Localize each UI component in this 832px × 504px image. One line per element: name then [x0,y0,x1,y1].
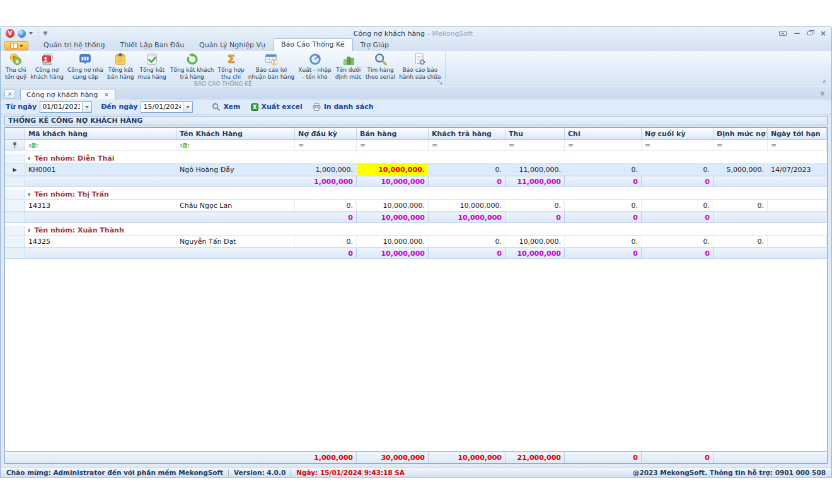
svg-text:a: a [28,143,32,149]
user-sphere-icon[interactable] [18,30,26,38]
grid-empty-area [5,259,827,451]
from-date-label: Từ ngày [6,103,37,111]
divider [38,30,38,37]
filter-cell-name[interactable]: abc [176,140,295,151]
tab-quan-tri-he-thong[interactable]: Quản trị hệ thống [36,40,112,51]
ribbon-collapse-icon[interactable]: ∧ [822,79,826,84]
column-header-ten-khach-hang[interactable]: Tên Khách Hàng [176,128,295,140]
ribbon-button-tong-ket-mua-hang[interactable]: Tổng kết mua hàng [136,52,168,81]
doc-tab-cong-no-khach-hang[interactable]: Công nợ khách hàng × [20,89,115,100]
group-subtotal-row: 0 10,000,000 10,000,000 0 0 0 [5,212,827,223]
minimize-icon[interactable] [794,33,800,35]
ribbon-tab-row: Quản trị hệ thống Thiết Lập Ban Đầu Quản… [1,40,831,51]
chevron-down-icon[interactable] [29,32,33,35]
tab-close-icon[interactable]: × [104,92,109,98]
filter-cell-due[interactable]: = [768,140,827,151]
svg-text:Σ: Σ [227,52,235,66]
excel-icon: X [251,103,258,111]
group-row-dien-thai[interactable]: ∨Tên nhóm: Diễn Thái [5,154,827,164]
from-date-dropdown[interactable] [82,102,91,112]
report-content: THỐNG KÊ CÔNG NỢ KHÁCH HÀNG Mã khách hàn… [1,115,831,467]
table-row[interactable]: ▶ KH0001 Ngô Hoàng Đẫy 1,000,000. 10,000… [5,164,827,176]
tab-thiet-lap-ban-dau[interactable]: Thiết Lập Ban Đầu [112,40,192,51]
status-welcome: Chào mừng: Administrator đến với phần mề… [6,469,223,476]
ribbon-button-bao-cao-loi-nhuan[interactable]: Σ Báo cáo lợi nhuận bán hàng [246,52,297,81]
close-all-tabs-icon[interactable]: × [4,89,15,99]
view-button[interactable]: Xem [212,103,240,111]
to-date-input[interactable] [141,102,183,112]
filter-cell-code[interactable]: abc [25,140,176,151]
tab-tro-giup[interactable]: Trợ Giúp [353,40,396,51]
table-row[interactable]: 14325 Nguyễn Tấn Đạt 0. 10,000,000. 0. 1… [5,236,827,248]
ribbon-button-cong-no-nha-cung-cap[interactable]: Công nợ nhà cung cấp [66,52,105,81]
text-filter-icon: abc [180,142,190,149]
close-icon[interactable]: × [820,30,826,37]
svg-text:$: $ [16,59,19,64]
restore-icon[interactable] [807,32,812,35]
ribbon-button-xuat-nhap-ton-kho[interactable]: Xuất - nhập - tồn kho [296,52,333,81]
ribbon-button-ton-duoi-dinh-muc[interactable]: Tồn dưới định mức [333,52,364,81]
column-header-no-dau-ky[interactable]: Nợ đầu kỳ [295,128,357,140]
filter-cell-sales[interactable]: = [357,140,429,151]
coins-icon: €$ [9,52,23,66]
row-indicator-header [5,128,25,140]
tab-quan-ly-nghiep-vu[interactable]: Quản Lý Nghiệp Vụ [192,40,273,51]
column-header-no-cuoi-ky[interactable]: Nợ cuối kỳ [642,128,714,140]
from-date-input[interactable] [40,102,82,112]
column-header-ngay-toi-han[interactable]: Ngày tới hạn [768,128,827,140]
column-header-chi[interactable]: Chi [565,128,642,140]
app-logo-icon[interactable]: V [6,29,14,38]
inventory-cycle-icon [308,52,322,66]
document-tab-strip: × Công nợ khách hàng × × [1,86,831,100]
ribbon-button-tong-ket-ban-hang[interactable]: Tổng kết bán hàng [105,52,136,81]
ribbon-button-tong-ket-khach-tra-hang[interactable]: Tổng kết khách trả hàng [168,52,216,81]
filter-cell-chi[interactable]: = [565,140,642,151]
group-row-xuan-thanh[interactable]: ∨Tên nhóm: Xuân Thành [5,226,827,236]
ribbon-group-bao-cao-thong-ke: €$ Thu chi tồn quỹ Công nợ khách hàng Cô… [1,51,446,86]
profit-table-icon: Σ [264,52,278,66]
print-list-button[interactable]: In danh sách [313,103,374,111]
sales-notepad-icon [113,52,127,66]
ribbon-button-tong-hop-thu-chi[interactable]: Σ Tổng hợp thu chi [216,52,246,81]
ribbon-button-bao-cao-bao-hanh[interactable]: Báo cáo bảo hành sửa chữa [397,52,442,81]
ribbon-button-thu-chi-ton-quy[interactable]: €$ Thu chi tồn quỹ [3,52,28,81]
customer-debt-icon [40,52,54,66]
equals-icon: = [298,141,304,149]
column-header-khach-tra-hang[interactable]: Khách trả hàng [429,128,506,140]
ribbon: €$ Thu chi tồn quỹ Công nợ khách hàng Cô… [1,51,831,86]
text-filter-icon: abc [28,142,38,149]
app-window: V Công nợ khách hàng- MekongSoft × Quản … [0,26,832,478]
export-excel-button[interactable]: X Xuất excel [251,103,303,111]
window-layout-icon [10,43,18,49]
from-date-field [40,101,92,113]
fullscreen-icon[interactable] [779,31,787,36]
tab-bao-cao-thong-ke[interactable]: Báo Cáo Thống Kê [273,38,352,51]
svg-text:c: c [188,143,190,149]
strip-close-icon[interactable]: × [820,91,825,97]
ribbon-button-cong-no-khach-hang[interactable]: Công nợ khách hàng [28,52,66,81]
panel-title: THỐNG KÊ CÔNG NỢ KHÁCH HÀNG [4,116,828,125]
filter-cell-closing[interactable]: = [642,140,714,151]
column-header-dinh-muc-no[interactable]: Định mức nợ [714,128,768,140]
window-controls: × [779,30,826,37]
group-row-thi-tran[interactable]: ∨Tên nhóm: Thị Trấn [5,190,827,200]
filter-cell-limit[interactable]: = [714,140,768,151]
filter-cell-opening[interactable]: = [295,140,357,151]
group-subtotal-row: 1,000,000 10,000,000 0 11,000,000 0 0 [5,176,827,187]
filter-cell-thu[interactable]: = [506,140,565,151]
column-header-ma-khach-hang[interactable]: Mã khách hàng [25,128,176,140]
to-date-label: Đến ngày [101,103,137,111]
status-version: Version: 4.0.0 [234,469,286,476]
magnifier-icon [212,103,220,111]
filter-cell-returns[interactable]: = [429,140,506,151]
application-menu-button[interactable] [4,41,28,50]
purchase-check-icon [145,52,159,66]
column-header-ban-hang[interactable]: Bán hàng [357,128,429,140]
ribbon-button-tim-hang-theo-serial[interactable]: Tìm hàng theo serial [364,52,398,81]
group-collapse-icon: ∨ [27,156,32,161]
table-row[interactable]: 14313 Châu Ngọc Lan 0. 10,000,000. 10,00… [5,200,827,212]
status-date: Ngày: 15/01/2024 9:43:18 SA [296,469,405,476]
to-date-dropdown[interactable] [183,102,192,112]
column-header-thu[interactable]: Thu [506,128,565,140]
chevron-down-icon [20,45,23,47]
